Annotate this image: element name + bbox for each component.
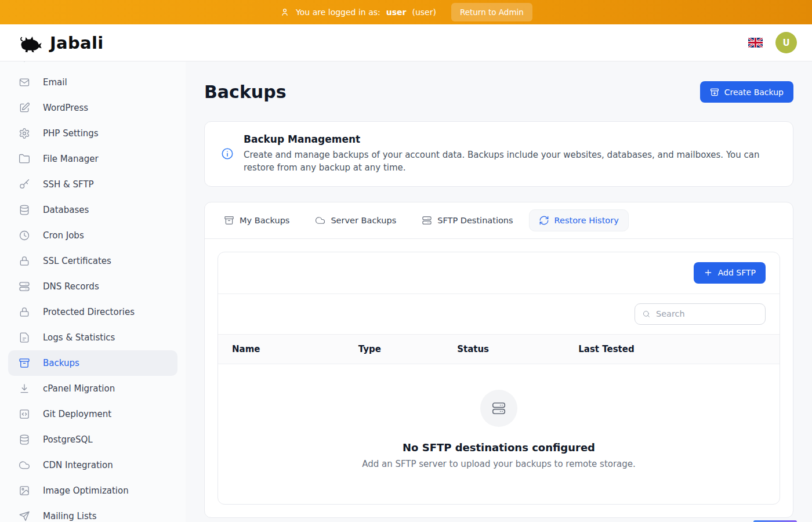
folder-icon — [19, 153, 30, 165]
lock-icon — [19, 255, 30, 267]
sidebar-item-label: Git Deployment — [43, 409, 111, 419]
avatar[interactable]: U — [775, 32, 797, 53]
sidebar-item-logs-statistics[interactable]: Logs & Statistics — [8, 325, 177, 350]
server-icon — [422, 215, 432, 226]
lock-icon — [19, 306, 30, 318]
column-header-status: Status — [443, 335, 564, 364]
sidebar-item-cpanel-migration[interactable]: cPanel Migration — [8, 376, 177, 401]
sidebar: Email WordPress PHP Settings — [0, 61, 186, 522]
clock-icon — [19, 230, 30, 241]
empty-state-subtitle: Add an SFTP server to upload your backup… — [218, 459, 780, 469]
user-icon — [280, 7, 290, 17]
sidebar-item-label: WordPress — [43, 103, 88, 113]
download-icon — [19, 383, 30, 394]
brand-logo[interactable]: Jabali — [17, 33, 103, 53]
header-actions: U — [748, 32, 797, 53]
archive-icon — [224, 215, 234, 226]
sidebar-item-label: DNS Records — [43, 281, 99, 292]
admin-impersonation-bar: You are logged in as: user (user) Return… — [0, 0, 812, 24]
archive-icon — [19, 357, 30, 369]
sidebar-item-label: PostgreSQL — [43, 434, 93, 445]
info-card-body: Create and manage backups of your accoun… — [244, 149, 777, 175]
cloud-icon — [19, 459, 30, 471]
sidebar-item-php-settings[interactable]: PHP Settings — [8, 121, 177, 146]
sidebar-item-wordpress[interactable]: WordPress — [8, 95, 177, 121]
sidebar-item-label: Email — [43, 77, 67, 88]
send-icon — [19, 510, 30, 522]
tab-restore-history[interactable]: Restore History — [529, 209, 629, 231]
sftp-destinations-card: Add SFTP Name Type — [217, 252, 780, 505]
server-icon — [491, 401, 506, 416]
sftp-toolbar: Add SFTP — [218, 252, 780, 293]
image-icon — [19, 485, 30, 496]
sidebar-item-label: cPanel Migration — [43, 383, 115, 394]
plus-icon — [704, 268, 713, 277]
create-backup-button[interactable]: Create Backup — [700, 81, 793, 103]
login-username: user — [386, 8, 407, 17]
sftp-search-row — [218, 293, 780, 334]
add-sftp-button[interactable]: Add SFTP — [694, 262, 766, 284]
sidebar-item-label: Protected Directories — [43, 307, 135, 317]
sidebar-item-label: Backups — [43, 358, 79, 368]
empty-state: No SFTP destinations configured Add an S… — [218, 364, 780, 504]
empty-state-title: No SFTP destinations configured — [218, 441, 780, 454]
search-icon — [642, 309, 651, 319]
sidebar-item-label: PHP Settings — [43, 128, 99, 139]
sidebar-item-label: Logs & Statistics — [43, 332, 115, 343]
sidebar-item-databases[interactable]: Databases — [8, 197, 177, 223]
sidebar-item-cdn-integration[interactable]: CDN Integration — [8, 452, 177, 478]
sidebar-item-ssh-sftp[interactable]: SSH & SFTP — [8, 172, 177, 197]
sidebar-item-label: Cron Jobs — [43, 230, 84, 241]
sidebar-item-cron-jobs[interactable]: Cron Jobs — [8, 223, 177, 248]
uk-flag-icon[interactable] — [748, 38, 763, 48]
server-icon — [19, 281, 30, 292]
sidebar-item-backups[interactable]: Backups — [8, 350, 177, 376]
backup-tabs: My Backups Server Backups SFTP Destinati… — [205, 202, 793, 239]
backups-panel: My Backups Server Backups SFTP Destinati… — [204, 202, 793, 518]
brand-name: Jabali — [50, 33, 103, 53]
search-box — [635, 303, 766, 325]
sidebar-item-file-manager[interactable]: File Manager — [8, 146, 177, 172]
tab-my-backups[interactable]: My Backups — [214, 209, 299, 231]
sidebar-item-ssl-certificates[interactable]: SSL Certificates — [8, 248, 177, 274]
info-card-title: Backup Management — [244, 133, 777, 145]
login-message: You are logged in as: — [296, 8, 380, 17]
panel-body: Add SFTP Name Type — [205, 239, 793, 517]
cloud-icon — [315, 215, 325, 226]
sidebar-item-dns-records[interactable]: DNS Records — [8, 274, 177, 299]
return-to-admin-button[interactable]: Return to Admin — [451, 3, 532, 21]
sidebar-item-partial[interactable] — [8, 61, 177, 70]
archive-restore-icon — [710, 88, 719, 97]
sidebar-item-label: Image Optimization — [43, 485, 129, 496]
page-header-row: Backups Create Backup — [204, 81, 793, 103]
content-shell: Email WordPress PHP Settings — [0, 61, 812, 522]
sidebar-item-image-optimization[interactable]: Image Optimization — [8, 478, 177, 503]
tab-sftp-destinations[interactable]: SFTP Destinations — [412, 209, 523, 231]
boar-logo-icon — [17, 33, 44, 53]
mail-icon — [19, 77, 30, 88]
main-content: Backups Create Backup Backup Management … — [186, 61, 812, 522]
sidebar-item-postgresql[interactable]: PostgreSQL — [8, 427, 177, 452]
column-header-type: Type — [345, 335, 443, 364]
database-icon — [19, 434, 30, 445]
sftp-table-header: Name Type Status Last Tested — [218, 334, 780, 364]
sidebar-item-label: File Manager — [43, 154, 99, 164]
sidebar-item-mailing-lists[interactable]: Mailing Lists — [8, 503, 177, 522]
info-icon — [221, 147, 234, 160]
document-icon — [19, 332, 30, 343]
sidebar-item-git-deployment[interactable]: Git Deployment — [8, 401, 177, 427]
globe-icon — [19, 61, 30, 63]
edit-icon — [19, 102, 30, 114]
search-input[interactable] — [656, 309, 758, 318]
sidebar-item-email[interactable]: Email — [8, 70, 177, 95]
gear-icon — [19, 128, 30, 139]
login-role: (user) — [412, 8, 436, 17]
app-header: Jabali U — [0, 24, 812, 61]
tab-server-backups[interactable]: Server Backups — [305, 209, 406, 231]
refresh-icon — [539, 215, 549, 226]
sidebar-item-label: SSH & SFTP — [43, 179, 94, 190]
sidebar-item-protected-directories[interactable]: Protected Directories — [8, 299, 177, 325]
database-icon — [19, 204, 30, 216]
page-title: Backups — [204, 82, 287, 102]
sidebar-item-label: Databases — [43, 205, 89, 215]
